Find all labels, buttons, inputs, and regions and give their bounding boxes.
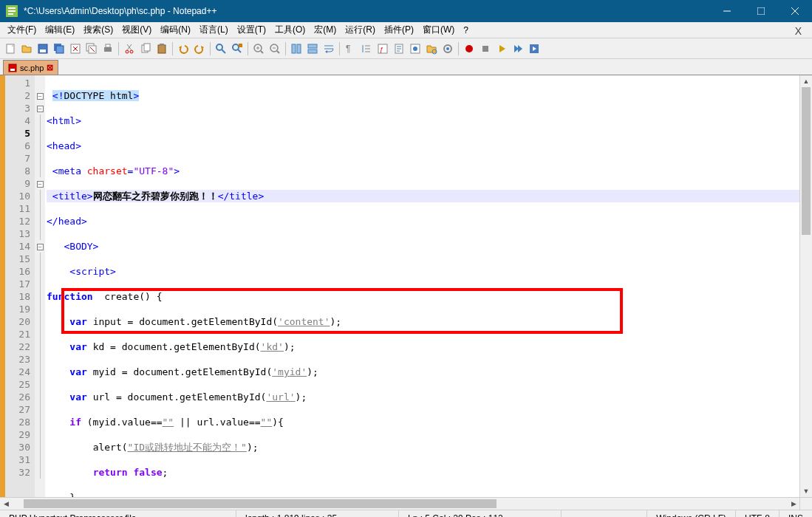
svg-rect-2	[8, 10, 16, 12]
horizontal-scrollbar[interactable]: ◀ ▶	[0, 497, 812, 510]
undo-icon[interactable]	[176, 41, 191, 56]
svg-rect-33	[239, 44, 242, 47]
menu-window[interactable]: 窗口(W)	[418, 22, 459, 38]
svg-point-62	[446, 47, 449, 50]
paste-icon[interactable]	[154, 41, 169, 56]
save-icon[interactable]	[35, 41, 50, 56]
status-position: Ln : 5 Col : 29 Pos : 112	[399, 510, 562, 517]
menu-encoding[interactable]: 编码(N)	[156, 22, 195, 38]
maximize-button[interactable]	[744, 0, 778, 22]
zoom-out-icon[interactable]	[267, 41, 282, 56]
menubar-close-icon[interactable]: X	[791, 24, 806, 38]
file-tab[interactable]: sc.php ⊠	[3, 60, 58, 75]
svg-point-31	[233, 44, 239, 50]
status-insert: INS	[779, 510, 812, 517]
menu-macro[interactable]: 宏(M)	[310, 22, 341, 38]
svg-text:¶: ¶	[346, 44, 350, 54]
open-file-icon[interactable]	[19, 41, 34, 56]
menu-settings[interactable]: 设置(T)	[233, 22, 270, 38]
svg-rect-19	[104, 47, 112, 52]
svg-line-30	[222, 49, 225, 53]
svg-text:ƒ: ƒ	[380, 46, 383, 53]
svg-rect-44	[308, 49, 317, 53]
menu-file[interactable]: 文件(F)	[3, 22, 41, 38]
svg-rect-41	[292, 44, 296, 53]
print-icon[interactable]	[100, 41, 115, 56]
tabbar: sc.php ⊠	[0, 59, 812, 75]
cut-icon[interactable]	[122, 41, 137, 56]
svg-point-29	[216, 44, 222, 50]
menubar: 文件(F) 编辑(E) 搜索(S) 视图(V) 编码(N) 语言(L) 设置(T…	[0, 22, 812, 38]
svg-point-21	[126, 50, 129, 53]
find-icon[interactable]	[214, 41, 228, 56]
play-icon[interactable]	[494, 41, 509, 56]
menu-run[interactable]: 运行(R)	[341, 22, 380, 38]
svg-line-40	[277, 51, 279, 53]
replace-icon[interactable]	[230, 41, 245, 56]
svg-rect-20	[106, 44, 110, 47]
save-macro-icon[interactable]	[527, 41, 542, 56]
vertical-scrollbar[interactable]: ▲ ▼	[799, 75, 812, 497]
svg-point-63	[465, 45, 473, 52]
svg-rect-12	[56, 46, 64, 53]
folder-tree-icon[interactable]	[424, 41, 439, 56]
line-numbers: 1234 5678 9101112 13141516 17181920 2122…	[5, 75, 35, 497]
tab-close-icon[interactable]: ⊠	[47, 63, 53, 72]
svg-rect-3	[8, 13, 13, 15]
tab-label: sc.php	[20, 64, 44, 72]
zoom-in-icon[interactable]	[251, 41, 266, 56]
toolbar: ¶ ƒ	[0, 38, 812, 59]
menu-view[interactable]: 视图(V)	[117, 22, 156, 38]
menu-plugins[interactable]: 插件(P)	[380, 22, 418, 38]
svg-rect-43	[308, 44, 317, 48]
play-multi-icon[interactable]	[511, 41, 525, 56]
save-all-icon[interactable]	[52, 41, 66, 56]
new-file-icon[interactable]	[3, 41, 18, 56]
statusbar: PHP Hypertext Preprocessor file length :…	[0, 510, 812, 517]
status-eol: Windows (CR LF)	[647, 510, 736, 517]
wrap-icon[interactable]	[321, 41, 336, 56]
minimize-button[interactable]	[710, 0, 744, 22]
menu-help[interactable]: ?	[459, 24, 473, 37]
editor[interactable]: 1234 5678 9101112 13141516 17181920 2122…	[0, 75, 812, 497]
change-margin	[0, 75, 5, 497]
indent-guide-icon[interactable]	[359, 41, 374, 56]
sync-v-icon[interactable]	[289, 41, 304, 56]
close-all-icon[interactable]	[84, 41, 99, 56]
status-lang: PHP Hypertext Preprocessor file	[0, 510, 236, 517]
menu-language[interactable]: 语言(L)	[195, 22, 233, 38]
window-title: *C:\Users\Admin\Desktop\ph\sc.php - Note…	[24, 6, 710, 16]
copy-icon[interactable]	[138, 41, 153, 56]
svg-line-37	[261, 51, 263, 53]
close-button[interactable]	[778, 0, 812, 22]
record-icon[interactable]	[462, 41, 477, 56]
status-length: length : 1,819 lines : 35	[236, 510, 399, 517]
stop-icon[interactable]	[478, 41, 493, 56]
svg-rect-27	[158, 45, 166, 53]
svg-rect-5	[757, 7, 765, 15]
svg-rect-26	[144, 44, 150, 51]
func-list-icon[interactable]	[408, 41, 423, 56]
app-icon	[6, 5, 18, 17]
svg-rect-1	[8, 7, 16, 9]
svg-line-32	[238, 49, 241, 52]
code-area[interactable]: <!DOCTYPE html> <html> <head> <meta char…	[45, 75, 799, 497]
sync-h-icon[interactable]	[305, 41, 320, 56]
menu-search[interactable]: 搜索(S)	[79, 22, 117, 38]
menu-tools[interactable]: 工具(O)	[270, 22, 310, 38]
lang-icon[interactable]: ƒ	[375, 41, 390, 56]
titlebar: *C:\Users\Admin\Desktop\ph\sc.php - Note…	[0, 0, 812, 22]
svg-rect-28	[160, 44, 164, 46]
menu-edit[interactable]: 编辑(E)	[41, 22, 79, 38]
close-file-icon[interactable]	[68, 41, 83, 56]
redo-icon[interactable]	[192, 41, 207, 56]
svg-point-59	[413, 47, 417, 51]
status-encoding: UTF-8	[736, 510, 779, 517]
svg-rect-67	[10, 69, 15, 71]
show-all-chars-icon[interactable]: ¶	[343, 41, 358, 56]
unsaved-icon	[8, 64, 17, 72]
doc-map-icon[interactable]	[392, 41, 406, 56]
svg-rect-10	[40, 49, 46, 52]
fold-column[interactable]: −− −−	[35, 75, 45, 497]
monitor-icon[interactable]	[440, 41, 455, 56]
